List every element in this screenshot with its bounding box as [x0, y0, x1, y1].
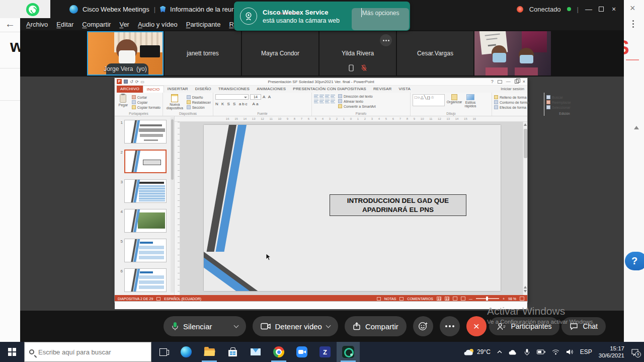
ppt-tab-presentación-con-diapositivas[interactable]: PRESENTACIÓN CON DIAPOSITIVAS [289, 86, 370, 93]
zoom-out-button[interactable]: — [469, 297, 472, 301]
align-text-button[interactable]: Alinear texto [338, 99, 376, 103]
zoom-slider[interactable] [476, 298, 499, 299]
normal-view-icon[interactable] [437, 297, 441, 301]
maximize-button[interactable] [599, 7, 604, 12]
taskbar-search-box[interactable] [24, 342, 151, 362]
restore-icon[interactable] [516, 79, 520, 83]
close-icon[interactable]: × [630, 3, 635, 14]
taskbar-app-zoom-app[interactable] [290, 342, 313, 362]
sign-in-link[interactable]: Iniciar sesión [501, 87, 524, 91]
browser-back-icon[interactable]: ← [5, 18, 15, 30]
shape-gallery[interactable]: □○△╲{}☆ [413, 94, 445, 106]
select-button[interactable]: Seleccionar [546, 105, 583, 109]
slide-thumbnail-2[interactable] [124, 150, 167, 173]
participants-button[interactable]: Participantes [489, 317, 559, 335]
reset-button[interactable]: Restablecer [187, 100, 211, 104]
participant-tile-mayra-condor[interactable]: Mayra Condor [242, 31, 318, 76]
slide-thumbnail-5[interactable] [124, 239, 167, 262]
ppt-minimize-button[interactable]: — [506, 79, 511, 84]
close-button[interactable]: × [610, 5, 618, 13]
onedrive-icon[interactable] [509, 349, 517, 355]
ppt-tab-animaciones[interactable]: ANIMACIONES [253, 86, 289, 93]
ppt-tab-revisar[interactable]: REVISAR [370, 86, 395, 93]
slide-thumbnail-3[interactable] [124, 179, 167, 203]
stop-video-button[interactable]: Detener video [253, 316, 338, 336]
start-button[interactable] [0, 342, 24, 362]
ppt-tab-vista[interactable]: VISTA [395, 86, 414, 93]
participant-tile-janett-torres[interactable]: janett torres [165, 31, 241, 76]
taskbar-app-webex-app[interactable] [337, 342, 360, 362]
layout-button[interactable]: Diseño [187, 95, 211, 99]
zoom-slider-handle[interactable] [486, 297, 488, 301]
copy-button[interactable]: Copiar [132, 100, 160, 104]
ppt-close-button[interactable]: × [523, 79, 525, 84]
section-button[interactable]: Sección [187, 105, 211, 109]
chevron-down-icon[interactable] [326, 323, 331, 328]
vertical-ellipsis-icon[interactable] [632, 20, 634, 29]
taskbar-app-z-app[interactable]: Z [313, 342, 337, 362]
shape-effects-button[interactable]: Efectos de forma [494, 105, 542, 109]
scroll-up-icon[interactable] [634, 126, 639, 129]
mute-button[interactable]: Silenciar [164, 316, 246, 336]
ppt-tab-transiciones[interactable]: TRANSICIONES [215, 86, 253, 93]
font-style-buttons[interactable]: N K S S abc [215, 102, 249, 106]
alignment-buttons[interactable] [314, 99, 335, 103]
taskbar-app-mail[interactable] [244, 342, 267, 362]
toast-more-options-button[interactable]: Más opciones [352, 8, 409, 30]
chevron-down-icon[interactable] [233, 323, 238, 328]
menu-compartir[interactable]: Compartir [82, 21, 111, 28]
quick-styles-button[interactable]: Estilos rápidos [464, 94, 477, 108]
format-painter-button[interactable]: Copiar formato [132, 105, 160, 109]
battery-icon[interactable] [537, 349, 545, 354]
current-slide[interactable]: INTRODUCCION DEL GAD QUE APADRINARÁ EL P… [204, 125, 501, 291]
participant-tile-jorge-vera-yo[interactable]: Jorge Vera (yo) [87, 31, 164, 76]
taskbar-app-chrome[interactable] [267, 342, 290, 362]
reactions-button[interactable] [413, 316, 433, 336]
text-direction-button[interactable]: Dirección del texto [338, 94, 376, 98]
menu-editar[interactable]: Editar [56, 21, 73, 28]
slide-thumbnail-1[interactable] [124, 120, 167, 143]
more-options-button[interactable] [440, 316, 460, 336]
taskbar-app-task-view[interactable] [151, 342, 175, 362]
slide-sorter-view-icon[interactable] [445, 297, 449, 301]
zoom-in-button[interactable]: + [503, 297, 505, 301]
taskbar-clock[interactable]: 15:17 30/6/2021 [599, 345, 624, 359]
grow-shrink-font-buttons[interactable]: A A [263, 95, 272, 99]
menu-archivo[interactable]: Archivo [26, 21, 48, 28]
meeting-info-link[interactable]: Información de la reunión [170, 6, 244, 13]
help-button[interactable]: ? [625, 252, 644, 270]
menu-ver[interactable]: Ver [119, 21, 129, 28]
next-slide-icon[interactable] [524, 290, 527, 293]
language-indicator[interactable]: ESPAÑOL (ECUADOR) [164, 297, 201, 301]
ribbon-display-icon[interactable] [498, 80, 502, 84]
scrollbar-thumb[interactable] [524, 129, 527, 158]
slide-thumbnail-6[interactable] [124, 268, 167, 292]
weather-widget[interactable]: 29°C [464, 348, 491, 356]
list-buttons[interactable] [314, 94, 335, 98]
smartart-button[interactable]: Convertir a SmartArt [338, 104, 376, 108]
minimize-button[interactable]: — [585, 5, 593, 13]
reading-view-icon[interactable] [453, 297, 457, 301]
taskbar-app-file-explorer[interactable] [198, 342, 221, 362]
previous-slide-icon[interactable] [524, 286, 527, 288]
menu-audio-y-vídeo[interactable]: Audio y vídeo [138, 21, 178, 28]
action-center-button[interactable]: 9 [631, 348, 639, 356]
ppt-tab-diseño[interactable]: DISEÑO [192, 86, 215, 93]
whatsapp-icon[interactable] [26, 3, 39, 16]
spellcheck-icon[interactable] [156, 297, 160, 301]
shape-outline-button[interactable]: Contorno de forma [494, 100, 542, 104]
shape-fill-button[interactable]: Relleno de forma [494, 95, 542, 99]
font-name-combobox[interactable] [215, 94, 249, 100]
leave-meeting-button[interactable]: × [466, 316, 487, 336]
slideshow-view-icon[interactable] [461, 297, 465, 301]
language-indicator[interactable]: ESP [580, 348, 592, 355]
chat-button[interactable]: Chat [561, 317, 606, 335]
hidden-icons-chevron[interactable] [497, 350, 502, 353]
cut-button[interactable]: Cortar [132, 95, 160, 99]
find-button[interactable]: Buscar [546, 95, 583, 99]
participant-tile-yilda-rivera[interactable]: Yilda Rivera [319, 31, 396, 76]
ppt-help-button[interactable]: ? [491, 79, 494, 84]
thumbnail-scrollbar[interactable] [171, 117, 174, 293]
notes-button[interactable]: NOTAS [384, 297, 396, 301]
ppt-tab-archivo[interactable]: ARCHIVO [117, 86, 143, 93]
